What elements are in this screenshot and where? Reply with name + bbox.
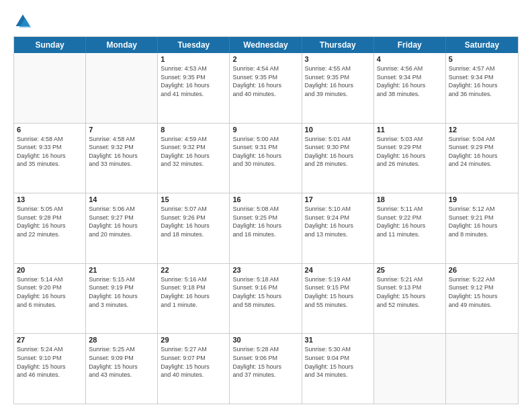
cell-info-line: Sunrise: 5:05 AM	[17, 205, 83, 214]
calendar-cell: 7Sunrise: 4:58 AMSunset: 9:32 PMDaylight…	[86, 124, 158, 193]
cell-info-line: Sunset: 9:20 PM	[17, 283, 83, 292]
cell-info-line: Daylight: 15 hours	[377, 292, 443, 301]
day-number: 18	[377, 195, 443, 203]
day-number: 29	[161, 336, 226, 344]
cell-info-line: and 22 minutes.	[17, 230, 83, 239]
cell-info-line: Daylight: 16 hours	[377, 81, 443, 90]
cell-info-line: Sunrise: 5:11 AM	[377, 205, 443, 214]
cell-info-line: Sunrise: 5:01 AM	[305, 135, 371, 144]
calendar-cell: 30Sunrise: 5:28 AMSunset: 9:06 PMDayligh…	[230, 334, 302, 404]
day-number: 3	[305, 55, 371, 63]
cell-info-line: Sunset: 9:28 PM	[17, 214, 83, 222]
day-number: 7	[89, 126, 154, 134]
day-number: 19	[449, 195, 515, 203]
calendar-cell: 1Sunrise: 4:53 AMSunset: 9:35 PMDaylight…	[158, 53, 230, 123]
cell-info-line: and 55 minutes.	[305, 301, 371, 310]
cell-info-line: Sunset: 9:22 PM	[377, 214, 443, 222]
calendar-cell: 20Sunrise: 5:14 AMSunset: 9:20 PMDayligh…	[14, 264, 86, 334]
cell-info-line: Daylight: 15 hours	[161, 363, 226, 371]
calendar-cell: 14Sunrise: 5:06 AMSunset: 9:27 PMDayligh…	[86, 193, 158, 263]
day-number: 26	[449, 266, 515, 274]
cell-info-line: Daylight: 16 hours	[377, 152, 443, 161]
calendar-row-0: 1Sunrise: 4:53 AMSunset: 9:35 PMDaylight…	[14, 53, 518, 123]
cell-info-line: and 3 minutes.	[89, 301, 154, 310]
day-number: 9	[232, 126, 298, 134]
calendar-cell: 31Sunrise: 5:30 AMSunset: 9:04 PMDayligh…	[302, 334, 374, 404]
day-number: 20	[17, 266, 83, 274]
day-number: 31	[305, 336, 371, 344]
cell-info-line: and 39 minutes.	[305, 90, 371, 99]
calendar-cell: 16Sunrise: 5:08 AMSunset: 9:25 PMDayligh…	[230, 193, 302, 263]
cell-info-line: Sunrise: 4:57 AM	[449, 64, 515, 73]
cell-info-line: Sunset: 9:21 PM	[449, 214, 515, 222]
cell-info-line: and 40 minutes.	[232, 90, 298, 99]
cell-info-line: and 1 minute.	[161, 301, 226, 310]
cell-info-line: Sunset: 9:09 PM	[89, 354, 154, 363]
cell-info-line: Sunrise: 4:58 AM	[17, 135, 83, 144]
calendar-cell: 13Sunrise: 5:05 AMSunset: 9:28 PMDayligh…	[14, 193, 86, 263]
cell-info-line: Sunset: 9:35 PM	[161, 73, 226, 82]
cell-info-line: Daylight: 16 hours	[161, 81, 226, 90]
cell-info-line: Sunset: 9:10 PM	[17, 354, 83, 363]
cell-info-line: and 8 minutes.	[449, 230, 515, 239]
cell-info-line: Sunrise: 5:07 AM	[161, 205, 226, 214]
day-number: 25	[377, 266, 443, 274]
cell-info-line: Sunset: 9:35 PM	[305, 73, 371, 82]
logo-icon	[13, 12, 32, 31]
day-number: 14	[89, 195, 154, 203]
calendar-cell: 5Sunrise: 4:57 AMSunset: 9:34 PMDaylight…	[446, 53, 518, 123]
calendar-cell: 8Sunrise: 4:59 AMSunset: 9:32 PMDaylight…	[158, 124, 230, 193]
cell-info-line: Sunrise: 5:15 AM	[89, 275, 154, 284]
cell-info-line: Sunset: 9:06 PM	[232, 354, 298, 363]
cell-info-line: Sunset: 9:13 PM	[377, 283, 443, 292]
header-day-tuesday: Tuesday	[158, 37, 230, 53]
cell-info-line: Sunset: 9:24 PM	[305, 214, 371, 222]
cell-info-line: Sunrise: 5:04 AM	[449, 135, 515, 144]
cell-info-line: Sunset: 9:29 PM	[449, 143, 515, 152]
calendar-cell: 4Sunrise: 4:56 AMSunset: 9:34 PMDaylight…	[374, 53, 446, 123]
cell-info-line: Sunrise: 5:10 AM	[305, 205, 371, 214]
calendar-cell: 10Sunrise: 5:01 AMSunset: 9:30 PMDayligh…	[302, 124, 374, 193]
cell-info-line: Daylight: 15 hours	[232, 363, 298, 371]
cell-info-line: Sunrise: 5:19 AM	[305, 275, 371, 284]
calendar-cell: 21Sunrise: 5:15 AMSunset: 9:19 PMDayligh…	[86, 264, 158, 334]
cell-info-line: Sunset: 9:31 PM	[232, 143, 298, 152]
cell-info-line: and 46 minutes.	[17, 371, 83, 379]
day-number: 15	[161, 195, 226, 203]
calendar-cell: 18Sunrise: 5:11 AMSunset: 9:22 PMDayligh…	[374, 193, 446, 263]
cell-info-line: Sunrise: 4:54 AM	[232, 64, 298, 73]
cell-info-line: and 38 minutes.	[377, 90, 443, 99]
cell-info-line: Sunset: 9:32 PM	[89, 143, 154, 152]
cell-info-line: Daylight: 15 hours	[232, 292, 298, 301]
cell-info-line: and 32 minutes.	[161, 160, 226, 169]
cell-info-line: Daylight: 15 hours	[449, 292, 515, 301]
calendar-cell: 2Sunrise: 4:54 AMSunset: 9:35 PMDaylight…	[230, 53, 302, 123]
day-number: 12	[449, 126, 515, 134]
cell-info-line: Sunset: 9:04 PM	[305, 354, 371, 363]
cell-info-line: Daylight: 16 hours	[161, 152, 226, 161]
cell-info-line: Sunrise: 5:30 AM	[305, 345, 371, 354]
calendar-cell: 17Sunrise: 5:10 AMSunset: 9:24 PMDayligh…	[302, 193, 374, 263]
calendar-row-2: 13Sunrise: 5:05 AMSunset: 9:28 PMDayligh…	[14, 193, 518, 263]
calendar-cell: 12Sunrise: 5:04 AMSunset: 9:29 PMDayligh…	[446, 124, 518, 193]
cell-info-line: and 28 minutes.	[305, 160, 371, 169]
cell-info-line: Sunrise: 4:55 AM	[305, 64, 371, 73]
cell-info-line: Daylight: 16 hours	[161, 222, 226, 230]
calendar-cell: 25Sunrise: 5:21 AMSunset: 9:13 PMDayligh…	[374, 264, 446, 334]
cell-info-line: Daylight: 16 hours	[377, 222, 443, 230]
header-day-saturday: Saturday	[446, 37, 518, 53]
calendar-cell: 15Sunrise: 5:07 AMSunset: 9:26 PMDayligh…	[158, 193, 230, 263]
cell-info-line: Sunrise: 4:56 AM	[377, 64, 443, 73]
cell-info-line: and 30 minutes.	[232, 160, 298, 169]
calendar-cell: 6Sunrise: 4:58 AMSunset: 9:33 PMDaylight…	[14, 124, 86, 193]
calendar-cell: 28Sunrise: 5:25 AMSunset: 9:09 PMDayligh…	[86, 334, 158, 404]
cell-info-line: Sunset: 9:34 PM	[449, 73, 515, 82]
cell-info-line: Sunset: 9:33 PM	[17, 143, 83, 152]
cell-info-line: Daylight: 16 hours	[449, 81, 515, 90]
calendar-cell: 11Sunrise: 5:03 AMSunset: 9:29 PMDayligh…	[374, 124, 446, 193]
calendar-cell: 29Sunrise: 5:27 AMSunset: 9:07 PMDayligh…	[158, 334, 230, 404]
day-number: 17	[305, 195, 371, 203]
cell-info-line: Daylight: 16 hours	[17, 292, 83, 301]
cell-info-line: Sunset: 9:35 PM	[232, 73, 298, 82]
day-number: 23	[232, 266, 298, 274]
